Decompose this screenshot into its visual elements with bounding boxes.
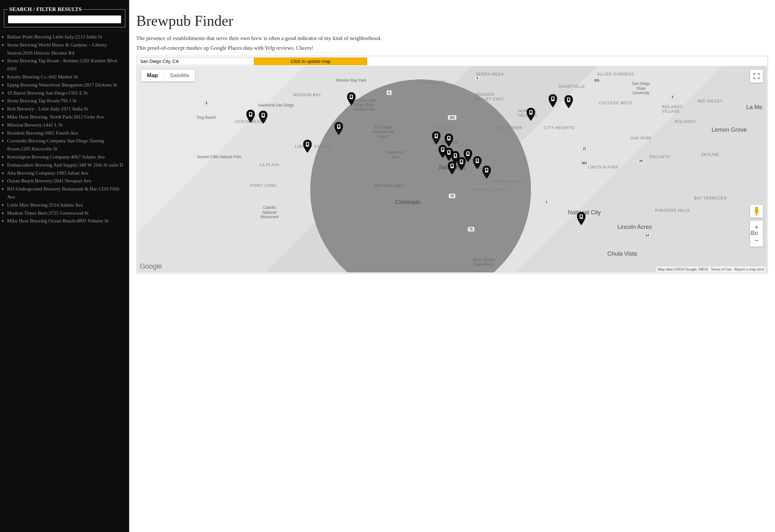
map-label: CITY HEIGHTS bbox=[544, 126, 574, 130]
map-marker[interactable] bbox=[246, 110, 255, 123]
zoom-in-button[interactable]: + bbox=[750, 221, 763, 234]
map-label: OAK PARK bbox=[630, 136, 652, 140]
map-label: SERRA MESA bbox=[476, 72, 504, 77]
map-label: ALLIED GARDENS bbox=[597, 72, 634, 77]
map-label: Lemon Grove bbox=[711, 127, 747, 133]
location-input[interactable] bbox=[138, 57, 254, 65]
map-label: NORTH PARK bbox=[495, 126, 523, 130]
map-marker[interactable] bbox=[445, 134, 453, 147]
map-label: San DiegoStateUniversity bbox=[632, 82, 650, 96]
map-canvas[interactable]: Map Satellite + − Go bbox=[137, 66, 767, 272]
pegman-icon bbox=[753, 207, 760, 216]
map-marker[interactable] bbox=[259, 111, 267, 124]
map-label: MISSIONVALLEY EAST bbox=[476, 92, 504, 101]
map-marker[interactable] bbox=[473, 156, 482, 169]
result-item[interactable]: Bolt Brewery - Little Italy:1971 India S… bbox=[7, 105, 129, 113]
result-item[interactable]: Coronado Brewing Company San Diego Tasti… bbox=[7, 137, 129, 153]
svg-rect-16 bbox=[442, 148, 444, 150]
route-shield: 8 bbox=[475, 76, 480, 81]
map-marker[interactable] bbox=[483, 166, 491, 179]
terms-link[interactable]: Terms of Use bbox=[711, 267, 732, 271]
map-label: MISSION BAY bbox=[293, 93, 321, 97]
toolbar-spacer bbox=[367, 57, 766, 65]
map-marker[interactable] bbox=[448, 161, 456, 174]
map-marker[interactable] bbox=[457, 157, 466, 170]
svg-rect-18 bbox=[448, 151, 450, 153]
search-filter-legend: SEARCH / FILTER RESULTS bbox=[8, 6, 83, 12]
result-item[interactable]: Embarcadero Brewing And Supply:340 W 26t… bbox=[7, 161, 129, 169]
map-footer: Map data ©2019 Google, INEGI Terms of Us… bbox=[657, 267, 766, 272]
svg-rect-4 bbox=[250, 113, 251, 115]
fullscreen-button[interactable] bbox=[750, 70, 763, 83]
map-label: SeaWorld San Diego bbox=[258, 103, 294, 107]
zoom-out-button[interactable]: − bbox=[750, 234, 763, 247]
svg-rect-34 bbox=[552, 97, 554, 100]
map-type-map-button[interactable]: Map bbox=[141, 70, 164, 81]
map-label: CabrilloNationalMonument bbox=[260, 206, 279, 220]
map-label: Sunset Cliffs Natural Park bbox=[197, 154, 241, 159]
map-marker[interactable] bbox=[347, 92, 355, 105]
map-label: LIBERTY STATION bbox=[295, 144, 332, 149]
report-error-link[interactable]: Report a map error bbox=[734, 267, 764, 271]
map-label: Chula Vista bbox=[607, 251, 637, 257]
svg-rect-14 bbox=[448, 137, 450, 139]
map-label: GRANTVILLE bbox=[558, 84, 585, 89]
map-marker[interactable] bbox=[565, 95, 573, 108]
result-item[interactable]: Kensington Brewing Company:4067 Adams Av… bbox=[7, 153, 129, 161]
map-label: LINCOLN PARK bbox=[588, 165, 619, 169]
svg-rect-12 bbox=[436, 134, 437, 137]
result-item[interactable]: Ballast Point Brewing Little Italy:2215 … bbox=[7, 33, 129, 41]
map-toolbar: Click to update map bbox=[137, 57, 767, 66]
svg-rect-20 bbox=[454, 154, 456, 157]
result-item[interactable]: Modern Times Beer:3725 Greenwood St bbox=[7, 209, 129, 217]
result-item[interactable]: Mission Brewery:1441 L St bbox=[7, 121, 129, 129]
map-marker[interactable] bbox=[577, 212, 586, 225]
map-attribution: Map data ©2019 Google, INEGI bbox=[658, 267, 708, 271]
result-item[interactable]: Ocean Beach Brewery:5041 Newport Ave bbox=[7, 177, 129, 185]
intro-text-1: The presence of establishments that serv… bbox=[136, 35, 768, 42]
map-label: San DiegoInternationalAirport bbox=[372, 125, 393, 139]
map-label: COLLEGE WEST bbox=[599, 101, 633, 105]
result-item[interactable]: Resident Brewing:1065 Fourth Ave bbox=[7, 129, 129, 137]
update-map-button[interactable]: Click to update map bbox=[254, 57, 367, 65]
map-label: Coronado bbox=[395, 199, 421, 206]
result-item[interactable]: Stone Brewing Tap Room:795 J St bbox=[7, 97, 129, 105]
result-item[interactable]: 10 Barrel Brewing San Diego:1501 E St bbox=[7, 89, 129, 97]
result-item[interactable]: Stone Brewing Tap Room - Kettner:1202 Ke… bbox=[7, 57, 129, 73]
svg-rect-24 bbox=[461, 160, 463, 163]
page-title: Brewpub Finder bbox=[136, 12, 768, 29]
fullscreen-icon bbox=[754, 73, 760, 79]
streetview-pegman[interactable] bbox=[750, 205, 763, 218]
map-label: BARRIO LOGAN bbox=[474, 188, 506, 192]
svg-rect-6 bbox=[262, 114, 264, 116]
result-item[interactable]: KO Underground Brewery Restaurant & Bar:… bbox=[7, 185, 129, 201]
search-input[interactable] bbox=[8, 15, 121, 23]
map-marker[interactable] bbox=[527, 108, 535, 121]
result-item[interactable]: Alta Brewing Company:1983 Julian Ave bbox=[7, 169, 129, 177]
result-item[interactable]: Mike Hess Brewing Ocean Beach:4893 Volta… bbox=[7, 217, 129, 225]
map-marker[interactable] bbox=[432, 131, 441, 144]
map-label: NAS North Island bbox=[374, 183, 404, 188]
route-shield: 75 bbox=[468, 227, 474, 231]
map-label: LA PLAYA bbox=[260, 163, 279, 167]
svg-rect-28 bbox=[477, 159, 478, 162]
map-label: La Me bbox=[746, 104, 762, 111]
map-marker[interactable] bbox=[303, 140, 311, 153]
map-label: MID VALLEY bbox=[698, 99, 723, 103]
map-label: Lincoln Acres bbox=[617, 224, 652, 230]
route-shield: 54 bbox=[644, 233, 651, 238]
result-item[interactable]: Eppig Brewing Waterfront Biergarten:2817… bbox=[7, 81, 129, 89]
result-item[interactable]: Little Miss Brewing:3514 Adams Ave bbox=[7, 201, 129, 209]
route-shield: 5 bbox=[386, 90, 392, 95]
result-item[interactable]: Stone Brewing World Bistro & Gardens – L… bbox=[7, 41, 129, 57]
map-marker[interactable] bbox=[334, 122, 343, 135]
map-type-satellite-button[interactable]: Satellite bbox=[164, 70, 195, 81]
map-type-switch: Map Satellite bbox=[141, 70, 195, 81]
result-item[interactable]: Mike Hess Brewing, North Park:3812 Grim … bbox=[7, 113, 129, 121]
map-label: ROLANDOVILLAGE bbox=[662, 105, 683, 114]
svg-rect-2 bbox=[351, 95, 352, 98]
route-shield: 75 bbox=[449, 194, 455, 199]
map-marker[interactable] bbox=[549, 94, 557, 107]
result-item[interactable]: Knotty Brewing Co.:842 Market St bbox=[7, 73, 129, 81]
map-label: ROLANDO bbox=[675, 119, 696, 124]
